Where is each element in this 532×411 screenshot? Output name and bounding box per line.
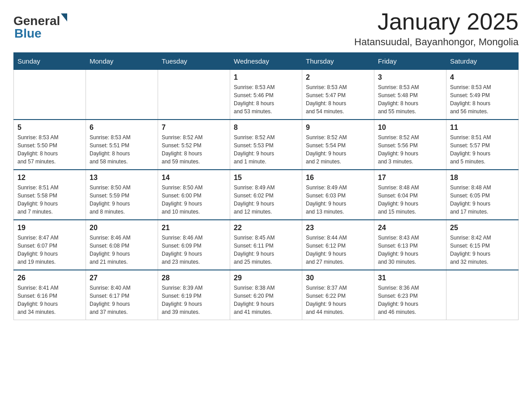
calendar-cell bbox=[158, 70, 230, 120]
day-info: Sunrise: 8:52 AMSunset: 5:56 PMDaylight:… bbox=[378, 133, 442, 166]
day-number: 27 bbox=[90, 274, 154, 282]
day-info: Sunrise: 8:52 AMSunset: 5:54 PMDaylight:… bbox=[306, 133, 370, 166]
day-info: Sunrise: 8:41 AMSunset: 6:16 PMDaylight:… bbox=[17, 284, 82, 316]
day-info: Sunrise: 8:53 AMSunset: 5:51 PMDaylight:… bbox=[90, 133, 154, 166]
calendar-cell: 8Sunrise: 8:52 AMSunset: 5:53 PMDaylight… bbox=[230, 120, 302, 170]
day-number: 5 bbox=[17, 124, 82, 132]
day-number: 1 bbox=[234, 73, 298, 81]
day-number: 26 bbox=[17, 274, 82, 282]
day-number: 30 bbox=[306, 274, 370, 282]
day-number: 28 bbox=[162, 274, 226, 282]
calendar-header-sunday: Sunday bbox=[14, 53, 86, 70]
calendar-header-saturday: Saturday bbox=[446, 53, 519, 70]
calendar-cell bbox=[86, 70, 158, 120]
day-info: Sunrise: 8:52 AMSunset: 5:52 PMDaylight:… bbox=[162, 133, 226, 166]
day-info: Sunrise: 8:48 AMSunset: 6:04 PMDaylight:… bbox=[378, 184, 442, 216]
day-number: 14 bbox=[162, 174, 226, 182]
calendar-cell: 27Sunrise: 8:40 AMSunset: 6:17 PMDayligh… bbox=[86, 270, 158, 320]
calendar-header-row: SundayMondayTuesdayWednesdayThursdayFrid… bbox=[14, 53, 519, 70]
calendar-cell: 20Sunrise: 8:46 AMSunset: 6:08 PMDayligh… bbox=[86, 220, 158, 270]
day-info: Sunrise: 8:49 AMSunset: 6:02 PMDaylight:… bbox=[234, 184, 298, 216]
calendar-cell: 17Sunrise: 8:48 AMSunset: 6:04 PMDayligh… bbox=[374, 170, 446, 220]
calendar-cell: 10Sunrise: 8:52 AMSunset: 5:56 PMDayligh… bbox=[374, 120, 446, 170]
calendar-header-wednesday: Wednesday bbox=[230, 53, 302, 70]
calendar-cell bbox=[14, 70, 86, 120]
day-info: Sunrise: 8:53 AMSunset: 5:48 PMDaylight:… bbox=[378, 83, 442, 116]
day-number: 9 bbox=[306, 124, 370, 132]
calendar-table: SundayMondayTuesdayWednesdayThursdayFrid… bbox=[13, 52, 519, 320]
calendar-cell: 9Sunrise: 8:52 AMSunset: 5:54 PMDaylight… bbox=[302, 120, 374, 170]
calendar-cell: 7Sunrise: 8:52 AMSunset: 5:52 PMDaylight… bbox=[158, 120, 230, 170]
day-number: 20 bbox=[90, 224, 154, 232]
day-number: 2 bbox=[306, 73, 370, 81]
day-number: 29 bbox=[234, 274, 298, 282]
day-info: Sunrise: 8:45 AMSunset: 6:11 PMDaylight:… bbox=[234, 234, 298, 266]
day-number: 22 bbox=[234, 224, 298, 232]
day-number: 21 bbox=[162, 224, 226, 232]
day-info: Sunrise: 8:48 AMSunset: 6:05 PMDaylight:… bbox=[450, 184, 515, 216]
logo-arrow-icon bbox=[61, 13, 67, 21]
day-number: 8 bbox=[234, 124, 298, 132]
calendar-cell: 18Sunrise: 8:48 AMSunset: 6:05 PMDayligh… bbox=[446, 170, 519, 220]
day-number: 15 bbox=[234, 174, 298, 182]
calendar-cell: 25Sunrise: 8:42 AMSunset: 6:15 PMDayligh… bbox=[446, 220, 519, 270]
day-info: Sunrise: 8:43 AMSunset: 6:13 PMDaylight:… bbox=[378, 234, 442, 266]
day-number: 6 bbox=[90, 124, 154, 132]
calendar-cell: 5Sunrise: 8:53 AMSunset: 5:50 PMDaylight… bbox=[14, 120, 86, 170]
day-info: Sunrise: 8:53 AMSunset: 5:49 PMDaylight:… bbox=[450, 83, 515, 116]
day-info: Sunrise: 8:36 AMSunset: 6:23 PMDaylight:… bbox=[378, 284, 442, 316]
calendar-week-row: 19Sunrise: 8:47 AMSunset: 6:07 PMDayligh… bbox=[14, 220, 519, 270]
day-number: 18 bbox=[450, 174, 515, 182]
day-number: 23 bbox=[306, 224, 370, 232]
page-header: General Blue January 2025 Hatansuudal, B… bbox=[13, 9, 519, 48]
day-number: 24 bbox=[378, 224, 442, 232]
calendar-cell bbox=[446, 270, 519, 320]
day-info: Sunrise: 8:46 AMSunset: 6:09 PMDaylight:… bbox=[162, 234, 226, 266]
day-number: 7 bbox=[162, 124, 226, 132]
day-number: 11 bbox=[450, 124, 515, 132]
calendar-cell: 13Sunrise: 8:50 AMSunset: 5:59 PMDayligh… bbox=[86, 170, 158, 220]
day-info: Sunrise: 8:49 AMSunset: 6:03 PMDaylight:… bbox=[306, 184, 370, 216]
day-info: Sunrise: 8:46 AMSunset: 6:08 PMDaylight:… bbox=[90, 234, 154, 266]
location-title: Hatansuudal, Bayanhongor, Mongolia bbox=[354, 36, 519, 48]
day-number: 4 bbox=[450, 73, 515, 81]
calendar-week-row: 5Sunrise: 8:53 AMSunset: 5:50 PMDaylight… bbox=[14, 120, 519, 170]
day-info: Sunrise: 8:53 AMSunset: 5:50 PMDaylight:… bbox=[17, 133, 82, 166]
day-info: Sunrise: 8:50 AMSunset: 6:00 PMDaylight:… bbox=[162, 184, 226, 216]
calendar-cell: 29Sunrise: 8:38 AMSunset: 6:20 PMDayligh… bbox=[230, 270, 302, 320]
day-info: Sunrise: 8:42 AMSunset: 6:15 PMDaylight:… bbox=[450, 234, 515, 266]
day-number: 16 bbox=[306, 174, 370, 182]
day-info: Sunrise: 8:51 AMSunset: 5:57 PMDaylight:… bbox=[450, 133, 515, 166]
logo-text-general: General bbox=[13, 14, 60, 28]
calendar-header-monday: Monday bbox=[86, 53, 158, 70]
day-info: Sunrise: 8:37 AMSunset: 6:22 PMDaylight:… bbox=[306, 284, 370, 316]
calendar-cell: 30Sunrise: 8:37 AMSunset: 6:22 PMDayligh… bbox=[302, 270, 374, 320]
day-info: Sunrise: 8:38 AMSunset: 6:20 PMDaylight:… bbox=[234, 284, 298, 316]
calendar-cell: 16Sunrise: 8:49 AMSunset: 6:03 PMDayligh… bbox=[302, 170, 374, 220]
day-info: Sunrise: 8:53 AMSunset: 5:46 PMDaylight:… bbox=[234, 83, 298, 116]
day-info: Sunrise: 8:53 AMSunset: 5:47 PMDaylight:… bbox=[306, 83, 370, 116]
calendar-cell: 6Sunrise: 8:53 AMSunset: 5:51 PMDaylight… bbox=[86, 120, 158, 170]
calendar-week-row: 1Sunrise: 8:53 AMSunset: 5:46 PMDaylight… bbox=[14, 70, 519, 120]
day-number: 19 bbox=[17, 224, 82, 232]
day-number: 13 bbox=[90, 174, 154, 182]
day-number: 31 bbox=[378, 274, 442, 282]
calendar-cell: 11Sunrise: 8:51 AMSunset: 5:57 PMDayligh… bbox=[446, 120, 519, 170]
calendar-week-row: 12Sunrise: 8:51 AMSunset: 5:58 PMDayligh… bbox=[14, 170, 519, 220]
calendar-cell: 26Sunrise: 8:41 AMSunset: 6:16 PMDayligh… bbox=[14, 270, 86, 320]
calendar-cell: 1Sunrise: 8:53 AMSunset: 5:46 PMDaylight… bbox=[230, 70, 302, 120]
day-number: 17 bbox=[378, 174, 442, 182]
calendar-cell: 21Sunrise: 8:46 AMSunset: 6:09 PMDayligh… bbox=[158, 220, 230, 270]
logo: General Blue bbox=[13, 13, 67, 41]
calendar-cell: 14Sunrise: 8:50 AMSunset: 6:00 PMDayligh… bbox=[158, 170, 230, 220]
month-title: January 2025 bbox=[354, 9, 519, 34]
day-info: Sunrise: 8:52 AMSunset: 5:53 PMDaylight:… bbox=[234, 133, 298, 166]
calendar-cell: 19Sunrise: 8:47 AMSunset: 6:07 PMDayligh… bbox=[14, 220, 86, 270]
day-info: Sunrise: 8:50 AMSunset: 5:59 PMDaylight:… bbox=[90, 184, 154, 216]
calendar-cell: 12Sunrise: 8:51 AMSunset: 5:58 PMDayligh… bbox=[14, 170, 86, 220]
calendar-cell: 22Sunrise: 8:45 AMSunset: 6:11 PMDayligh… bbox=[230, 220, 302, 270]
day-number: 3 bbox=[378, 73, 442, 81]
calendar-week-row: 26Sunrise: 8:41 AMSunset: 6:16 PMDayligh… bbox=[14, 270, 519, 320]
logo-text-blue: Blue bbox=[14, 26, 67, 41]
day-info: Sunrise: 8:47 AMSunset: 6:07 PMDaylight:… bbox=[17, 234, 82, 266]
